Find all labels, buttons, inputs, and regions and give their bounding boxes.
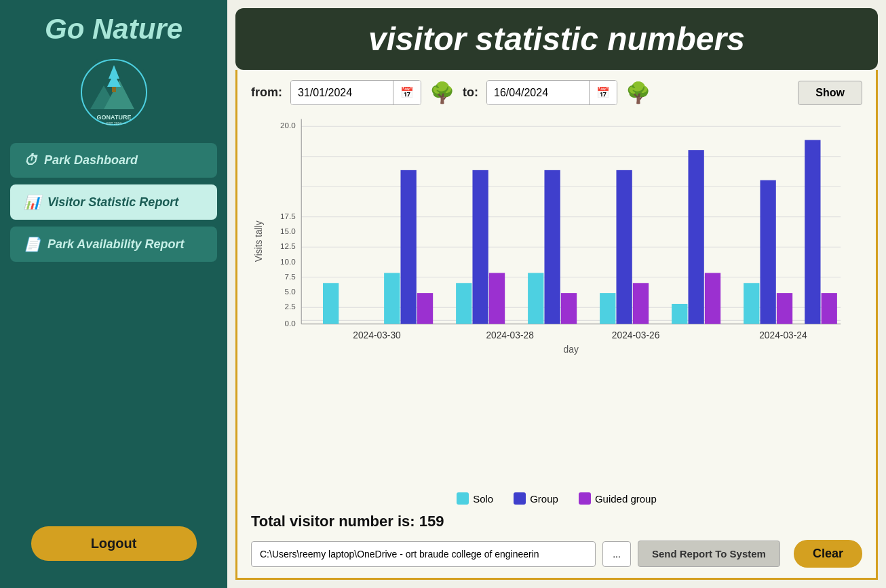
svg-rect-35 <box>528 273 543 324</box>
main-content: visitor statistic numbers from: 📅 🌳 to: … <box>227 0 886 588</box>
svg-rect-33 <box>472 170 488 324</box>
svg-rect-5 <box>112 87 116 92</box>
svg-rect-30 <box>400 170 416 324</box>
group-color-box <box>514 492 526 505</box>
svg-text:2024-03-24: 2024-03-24 <box>759 330 807 340</box>
svg-rect-41 <box>672 304 687 324</box>
svg-rect-42 <box>688 150 704 324</box>
nav-availability-label: Park Availability Report <box>47 237 184 252</box>
solo-color-box <box>457 492 469 505</box>
to-label: to: <box>463 85 478 100</box>
logo-icon: GONATURE — EST 2024 — <box>80 58 148 126</box>
legend-row: Solo Group Guided group <box>251 492 862 505</box>
svg-text:GONATURE: GONATURE <box>96 114 131 121</box>
svg-rect-45 <box>760 180 775 324</box>
from-date-input-wrap: 📅 <box>290 80 421 105</box>
svg-text:0.0: 0.0 <box>285 319 296 328</box>
svg-rect-36 <box>544 170 560 324</box>
logout-button[interactable]: Logout <box>31 526 197 561</box>
chart-icon: 📊 <box>24 194 41 210</box>
nav-park-availability-report[interactable]: 📄 Park Availability Report <box>10 227 217 262</box>
svg-text:2024-03-28: 2024-03-28 <box>486 330 534 340</box>
svg-rect-38 <box>600 293 615 324</box>
svg-rect-37 <box>561 293 577 324</box>
svg-text:7.5: 7.5 <box>285 272 296 281</box>
from-label: from: <box>251 85 282 100</box>
dashboard-icon: ⏱ <box>24 153 37 168</box>
svg-rect-28 <box>323 283 339 324</box>
date-row: from: 📅 🌳 to: 📅 🌳 Show <box>251 80 862 105</box>
nav-park-dashboard-label: Park Dashboard <box>44 153 138 168</box>
file-path-input[interactable] <box>251 541 596 567</box>
svg-text:15.0: 15.0 <box>280 227 296 235</box>
svg-rect-31 <box>417 293 433 324</box>
svg-rect-40 <box>633 283 649 324</box>
from-calendar-button[interactable]: 📅 <box>393 81 421 104</box>
svg-rect-34 <box>489 273 505 324</box>
svg-text:10.0: 10.0 <box>280 257 296 266</box>
browse-button[interactable]: ... <box>602 541 631 567</box>
show-button[interactable]: Show <box>798 81 862 105</box>
app-title: Go Nature <box>45 14 182 45</box>
svg-rect-32 <box>456 283 471 324</box>
bar-chart: 0.0 2.5 5.0 7.5 10.0 12.5 15.0 17.5 20.0… <box>251 112 862 356</box>
svg-text:20.0: 20.0 <box>280 121 296 130</box>
svg-text:12.5: 12.5 <box>280 241 296 250</box>
to-date-input-wrap: 📅 <box>486 80 617 105</box>
title-bar: visitor statistic numbers <box>235 8 878 70</box>
solo-legend-label: Solo <box>473 493 493 505</box>
svg-text:day: day <box>564 345 579 355</box>
svg-text:5.0: 5.0 <box>285 287 296 296</box>
legend-group: Group <box>514 492 558 505</box>
svg-text:2024-03-26: 2024-03-26 <box>612 330 660 340</box>
to-calendar-button[interactable]: 📅 <box>589 81 617 104</box>
legend-solo: Solo <box>457 492 493 505</box>
sidebar: Go Nature GONATURE — EST 2024 — ⏱ Park D… <box>0 0 227 588</box>
legend-guided-group: Guided group <box>579 492 657 505</box>
guided-legend-label: Guided group <box>595 493 657 505</box>
guided-color-box <box>579 492 591 505</box>
svg-text:— EST 2024 —: — EST 2024 — <box>102 121 126 125</box>
svg-rect-46 <box>777 293 792 324</box>
nav-visitor-statistic-report[interactable]: 📊 Visitor Statistic Report <box>10 184 217 220</box>
svg-text:2024-03-30: 2024-03-30 <box>353 330 401 340</box>
svg-rect-44 <box>744 283 759 324</box>
clear-button[interactable]: Clear <box>794 540 862 568</box>
svg-rect-43 <box>705 273 720 324</box>
from-date-input[interactable] <box>291 81 393 104</box>
nav-visitor-label: Visitor Statistic Report <box>47 195 178 210</box>
svg-text:2.5: 2.5 <box>285 302 296 311</box>
svg-rect-48 <box>822 293 837 324</box>
svg-rect-29 <box>384 273 400 324</box>
report-icon: 📄 <box>24 236 41 252</box>
to-date-input[interactable] <box>487 81 589 104</box>
svg-text:Visits tally: Visits tally <box>254 220 264 262</box>
total-label: Total visitor number is: 159 <box>251 513 862 530</box>
bottom-row: ... Send Report To System Clear <box>251 540 862 568</box>
from-tree-icon: 🌳 <box>429 81 455 104</box>
to-tree-icon: 🌳 <box>625 81 651 104</box>
group-legend-label: Group <box>530 493 558 505</box>
svg-rect-39 <box>616 170 632 324</box>
nav-park-dashboard[interactable]: ⏱ Park Dashboard <box>10 143 217 178</box>
svg-rect-47 <box>805 140 820 324</box>
svg-text:17.5: 17.5 <box>280 212 296 220</box>
logo-container: GONATURE — EST 2024 — <box>77 55 151 130</box>
chart-container: 0.0 2.5 5.0 7.5 10.0 12.5 15.0 17.5 20.0… <box>251 112 862 488</box>
content-area: from: 📅 🌳 to: 📅 🌳 Show <box>235 70 878 580</box>
send-report-button[interactable]: Send Report To System <box>638 541 780 567</box>
page-title: visitor statistic numbers <box>256 20 858 58</box>
